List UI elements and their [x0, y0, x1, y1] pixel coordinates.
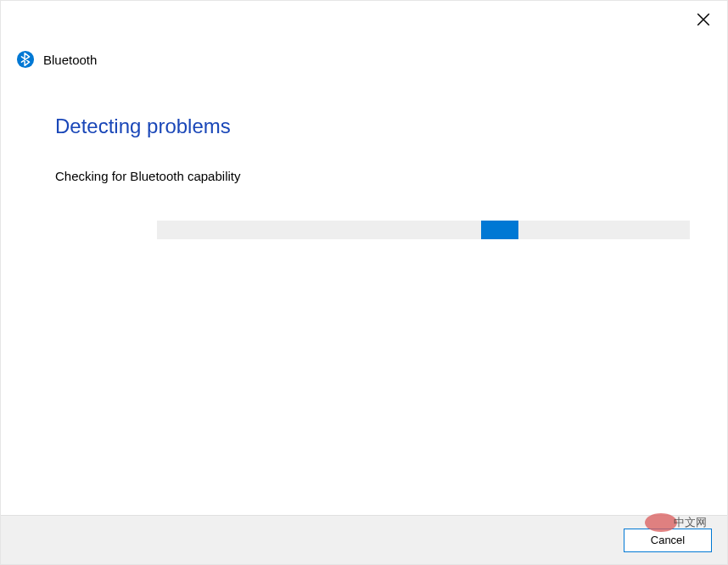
dialog-header: Bluetooth	[1, 1, 727, 69]
close-icon	[696, 12, 711, 31]
dialog-title: Bluetooth	[43, 53, 97, 67]
progress-bar	[157, 221, 690, 239]
cancel-button-label: Cancel	[651, 534, 685, 546]
bluetooth-icon	[16, 50, 35, 69]
cancel-button[interactable]: Cancel	[624, 529, 712, 552]
main-heading: Detecting problems	[55, 115, 673, 138]
troubleshooter-dialog: Bluetooth Detecting problems Checking fo…	[0, 0, 728, 565]
status-text: Checking for Bluetooth capability	[55, 169, 673, 183]
progress-indicator	[481, 221, 518, 239]
dialog-footer: Cancel	[1, 515, 727, 564]
dialog-content: Detecting problems Checking for Bluetoot…	[1, 69, 727, 515]
close-button[interactable]	[693, 11, 714, 31]
